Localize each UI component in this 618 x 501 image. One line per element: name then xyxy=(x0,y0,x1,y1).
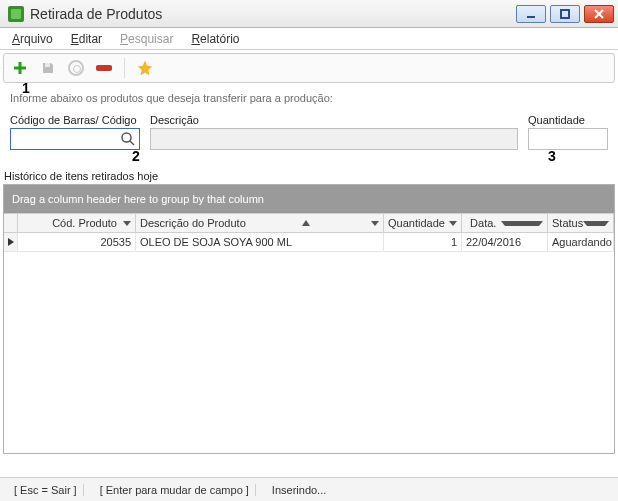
grid-body: 20535 OLEO DE SOJA SOYA 900 ML 1 22/04/2… xyxy=(4,233,614,453)
descricao-input xyxy=(150,128,518,150)
cell-data: 22/04/2016 xyxy=(462,233,548,251)
descricao-label: Descrição xyxy=(150,114,518,126)
remove-icon[interactable] xyxy=(94,58,114,78)
sort-asc-icon xyxy=(302,220,310,226)
cell-cod: 20535 xyxy=(18,233,136,251)
row-indicator xyxy=(4,233,18,251)
cell-status: Aguardando xyxy=(548,233,614,251)
svg-rect-1 xyxy=(561,10,569,18)
toolbar-separator xyxy=(124,58,125,78)
status-mode: Inserindo... xyxy=(266,484,332,496)
table-row[interactable]: 20535 OLEO DE SOJA SOYA 900 ML 1 22/04/2… xyxy=(4,233,614,252)
cell-desc: OLEO DE SOJA SOYA 900 ML xyxy=(136,233,384,251)
codigo-label: Código de Barras/ Código xyxy=(10,114,140,126)
status-esc: [ Esc = Sair ] xyxy=(8,484,84,496)
maximize-button[interactable] xyxy=(550,5,580,23)
row-selector-header xyxy=(4,214,18,232)
current-row-icon xyxy=(8,238,14,246)
favorite-icon[interactable] xyxy=(135,58,155,78)
status-enter: [ Enter para mudar de campo ] xyxy=(94,484,256,496)
form-panel: Informe abaixo os produtos que deseja tr… xyxy=(0,86,618,156)
callout-3: 3 xyxy=(548,148,556,164)
svg-line-8 xyxy=(130,141,134,145)
quantidade-label: Quantidade xyxy=(528,114,608,126)
history-label: Histórico de itens retirados hoje xyxy=(4,170,618,182)
save-icon xyxy=(38,58,58,78)
field-descricao: Descrição xyxy=(150,114,518,150)
window-buttons xyxy=(516,5,614,23)
menu-pesquisar: Pesquisar xyxy=(120,32,173,46)
instruction-text: Informe abaixo os produtos que deseja tr… xyxy=(10,92,608,104)
cell-qtd: 1 xyxy=(384,233,462,251)
statusbar: [ Esc = Sair ] [ Enter para mudar de cam… xyxy=(0,477,618,501)
group-by-hint[interactable]: Drag a column header here to group by th… xyxy=(4,185,614,213)
menu-arquivo[interactable]: Arquivo xyxy=(12,32,53,46)
menu-editar[interactable]: Editar xyxy=(71,32,102,46)
chevron-down-icon[interactable] xyxy=(501,221,544,226)
quantidade-input[interactable] xyxy=(528,128,608,150)
callout-2: 2 xyxy=(132,148,140,164)
svg-point-7 xyxy=(122,133,131,142)
chevron-down-icon[interactable] xyxy=(123,221,131,226)
app-icon xyxy=(8,6,24,22)
col-cod-produto[interactable]: Cód. Produto xyxy=(18,214,136,232)
menu-relatorio[interactable]: Relatório xyxy=(191,32,239,46)
col-quantidade[interactable]: Quantidade xyxy=(384,214,462,232)
titlebar: Retirada de Produtos xyxy=(0,0,618,28)
refresh-icon xyxy=(66,58,86,78)
field-quantidade: Quantidade xyxy=(528,114,608,150)
field-codigo: Código de Barras/ Código xyxy=(10,114,140,150)
svg-rect-6 xyxy=(45,63,50,67)
callout-1: 1 xyxy=(22,80,30,96)
col-data[interactable]: Data. xyxy=(462,214,548,232)
col-descricao[interactable]: Descrição do Produto xyxy=(136,214,384,232)
grid-header: Cód. Produto Descrição do Produto Quanti… xyxy=(4,213,614,233)
chevron-down-icon[interactable] xyxy=(583,221,609,226)
menubar: Arquivo Editar Pesquisar Relatório xyxy=(0,28,618,50)
col-status[interactable]: Status xyxy=(548,214,614,232)
chevron-down-icon[interactable] xyxy=(371,221,379,226)
toolbar xyxy=(3,53,615,83)
window-title: Retirada de Produtos xyxy=(30,6,516,22)
minimize-button[interactable] xyxy=(516,5,546,23)
close-button[interactable] xyxy=(584,5,614,23)
chevron-down-icon[interactable] xyxy=(449,221,457,226)
history-grid: Drag a column header here to group by th… xyxy=(3,184,615,454)
add-icon[interactable] xyxy=(10,58,30,78)
search-icon[interactable] xyxy=(120,131,136,147)
